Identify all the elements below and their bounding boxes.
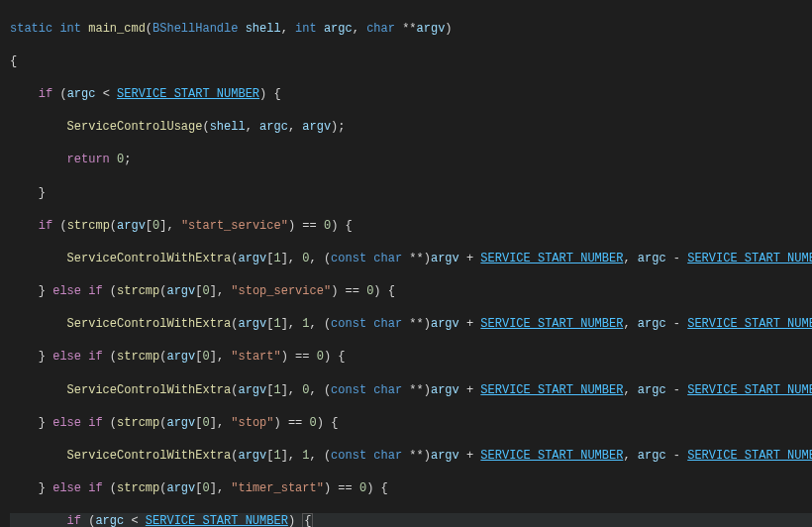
code-line: } else if (strcmp(argv[0], "timer_start"… (10, 480, 812, 497)
code-line: } (10, 185, 812, 202)
code-line: static int main_cmd(BShellHandle shell, … (10, 21, 812, 38)
code-line: return 0; (10, 152, 812, 168)
code-line: ServiceControlWithExtra(argv[1], 0, (con… (10, 382, 812, 399)
code-editor[interactable]: static int main_cmd(BShellHandle shell, … (0, 0, 812, 527)
code-line: ServiceControlWithExtra(argv[1], 0, (con… (10, 251, 812, 267)
code-line: ServiceControlWithExtra(argv[1], 1, (con… (10, 448, 812, 465)
code-line-highlighted: if (argc < SERVICE_START_NUMBER) { (10, 513, 812, 527)
code-line: } else if (strcmp(argv[0], "stop") == 0)… (10, 415, 812, 432)
code-line: ServiceControlUsage(shell, argc, argv); (10, 119, 812, 136)
code-line: ServiceControlWithExtra(argv[1], 1, (con… (10, 316, 812, 333)
bracket-match-open: { (302, 513, 313, 527)
code-line: } else if (strcmp(argv[0], "stop_service… (10, 283, 812, 300)
code-line: if (strcmp(argv[0], "start_service") == … (10, 218, 812, 235)
code-line: { (10, 53, 812, 70)
code-line: if (argc < SERVICE_START_NUMBER) { (10, 86, 812, 103)
code-line: } else if (strcmp(argv[0], "start") == 0… (10, 349, 812, 366)
